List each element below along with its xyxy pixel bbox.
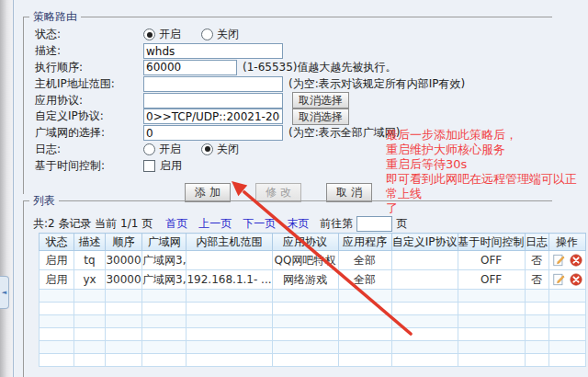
- custom-ip-protocol-label: 自定义IP协议:: [35, 109, 143, 124]
- time-control-label: 基于时间控制:: [35, 158, 143, 174]
- log-label: 日志:: [35, 142, 143, 157]
- empty-table-row: [40, 315, 586, 328]
- annotation-line: 即可看到此网吧在远程管理端可以正常上线: [386, 172, 588, 201]
- table-row[interactable]: 启用tq30000广域网3,QQ网吧特权全部OFF否: [40, 251, 586, 270]
- collapse-arrow-icon: ◄: [2, 289, 6, 296]
- empty-table-row: [40, 354, 586, 367]
- host-ip-row: 主机IP地址范围: (为空:表示对该规定所有内部IP有效): [35, 75, 552, 92]
- table-cell: yx: [74, 270, 106, 290]
- log-off-radio[interactable]: [201, 143, 213, 155]
- edit-icon[interactable]: [552, 254, 565, 267]
- table-row[interactable]: 启用yx30000广域网3,192.168.1.1- ...网络游戏全部OFF否: [40, 270, 586, 290]
- left-edge-strip: [0, 0, 14, 377]
- next-page-link[interactable]: 下一页: [243, 216, 276, 232]
- table-cell: 全部: [338, 270, 391, 290]
- app-protocol-cancel-select-button[interactable]: 取消选择: [292, 92, 349, 109]
- time-control-enable-label: 启用: [160, 158, 182, 174]
- delete-icon[interactable]: [570, 254, 582, 267]
- table-cell: OFF: [458, 251, 525, 270]
- wan-select-hint: (为空:表示全部广域网): [288, 125, 400, 141]
- table-cell: 否: [525, 251, 548, 270]
- table-cell: 30000: [106, 270, 142, 290]
- table-cell: 否: [525, 270, 548, 290]
- actions-cell: [548, 251, 585, 270]
- goto-page-suffix: 页: [396, 216, 407, 232]
- description-label: 描述:: [35, 43, 143, 59]
- goto-page-input[interactable]: [356, 216, 392, 232]
- wan-select-input[interactable]: [143, 125, 283, 141]
- annotation-line: 重启后等待30s: [386, 157, 588, 172]
- empty-table-row: [40, 290, 586, 303]
- record-count-summary: 共:2 条记录 当前 1/1 页: [33, 216, 153, 232]
- column-header: 日志: [525, 234, 548, 251]
- list-legend: 列表: [29, 193, 59, 209]
- column-header: 描述: [74, 234, 106, 251]
- first-page-link[interactable]: 首页: [165, 216, 187, 232]
- column-header: 基于时间控制: [458, 234, 525, 251]
- status-off-radio[interactable]: [201, 29, 213, 40]
- column-header: 自定义IP协议: [391, 234, 458, 251]
- description-row: 描述:: [35, 43, 552, 60]
- app-protocol-row: 应用协议: 取消选择: [35, 92, 552, 109]
- exec-order-input[interactable]: [143, 60, 237, 75]
- table-cell: 30000: [106, 251, 142, 270]
- table-cell: tq: [74, 251, 106, 270]
- status-off-label: 关闭: [217, 27, 239, 42]
- column-header: 顺序: [106, 234, 142, 251]
- table-header-row: 状态描述顺序广域网内部主机范围应用协议应用程序自定义IP协议基于时间控制日志操作: [40, 234, 586, 251]
- annotation-line: 了: [386, 201, 588, 216]
- column-header: 应用协议: [272, 234, 338, 251]
- actions-cell: [548, 270, 585, 290]
- annotation-line: 最后一步添加此策略后，: [386, 128, 588, 143]
- empty-table-row: [40, 328, 586, 341]
- pagination-bar: 共:2 条记录 当前 1/1 页 首页 上一页 下一页 末页 前往第 页: [33, 216, 552, 232]
- log-on-radio[interactable]: [143, 143, 155, 155]
- annotation-note: 最后一步添加此策略后， 重启维护大师核心服务 重启后等待30s 即可看到此网吧在…: [386, 128, 588, 216]
- goto-page-prefix: 前往第: [320, 216, 353, 232]
- prev-page-link[interactable]: 上一页: [198, 216, 232, 232]
- table-cell: 广域网3,: [142, 251, 187, 270]
- table-cell: OFF: [458, 270, 525, 290]
- exec-order-row: 执行顺序: (1-65535)值越大越先被执行。: [35, 60, 552, 76]
- column-header: 广域网: [142, 234, 187, 251]
- edit-icon[interactable]: [552, 273, 565, 286]
- table-cell: 广域网3,: [142, 270, 187, 290]
- custom-ip-protocol-cancel-select-button[interactable]: 取消选择: [292, 109, 349, 125]
- column-header: 状态: [40, 234, 74, 251]
- annotation-line: 重启维护大师核心服务: [386, 143, 588, 157]
- status-on-label: 开启: [159, 27, 181, 42]
- status-label: 状态:: [35, 27, 143, 42]
- table-cell: [391, 251, 458, 270]
- policy-table: 状态描述顺序广域网内部主机范围应用协议应用程序自定义IP协议基于时间控制日志操作…: [39, 233, 586, 367]
- column-header: 内部主机范围: [187, 234, 272, 251]
- status-on-radio[interactable]: [143, 29, 155, 40]
- custom-ip-protocol-input[interactable]: [143, 109, 283, 124]
- form-legend: 策略路由: [29, 9, 81, 25]
- empty-table-row: [40, 341, 586, 354]
- app-protocol-input[interactable]: [143, 93, 283, 109]
- app-protocol-label: 应用协议:: [35, 93, 143, 109]
- log-off-label: 关闭: [217, 142, 239, 157]
- host-ip-hint: (为空:表示对该规定所有内部IP有效): [288, 76, 465, 92]
- status-row: 状态: 开启 关闭: [35, 27, 552, 43]
- custom-ip-protocol-row: 自定义IP协议: 取消选择: [35, 109, 552, 125]
- last-page-link[interactable]: 末页: [287, 216, 309, 232]
- host-ip-label: 主机IP地址范围:: [35, 76, 143, 92]
- description-input[interactable]: [143, 43, 283, 59]
- policy-routing-page: ◄ 策略路由 状态: 开启 关闭 描述: 执行顺序: (1-65535)值越大越…: [0, 0, 588, 377]
- empty-table-row: [40, 303, 586, 315]
- table-cell: 全部: [338, 251, 391, 270]
- sidebar-collapse-handle[interactable]: ◄: [0, 276, 9, 309]
- table-cell: [391, 270, 458, 290]
- delete-icon[interactable]: [570, 273, 582, 286]
- exec-order-label: 执行顺序:: [35, 60, 143, 75]
- time-control-enable-checkbox[interactable]: [143, 160, 155, 172]
- exec-order-hint: (1-65535)值越大越先被执行。: [243, 60, 397, 75]
- table-cell: 启用: [40, 251, 74, 270]
- column-header: 操作: [548, 234, 585, 251]
- table-cell: 网络游戏: [272, 270, 338, 290]
- table-cell: 192.168.1.1- ...: [187, 270, 272, 290]
- column-header: 应用程序: [338, 234, 391, 251]
- table-cell: 启用: [40, 270, 74, 290]
- host-ip-input[interactable]: [143, 76, 283, 92]
